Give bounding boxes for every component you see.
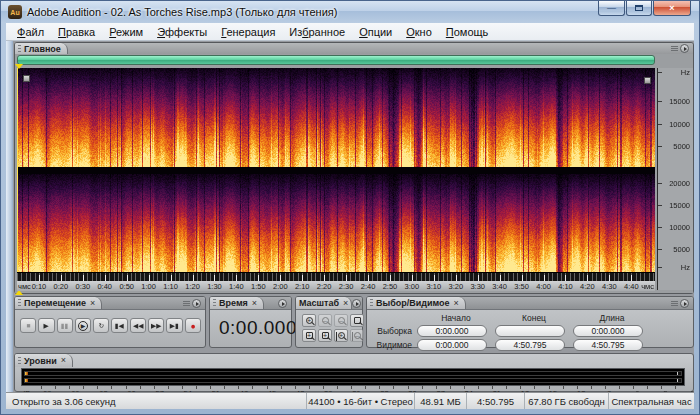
freq-label: Hz	[681, 68, 690, 77]
menu-item-favorites[interactable]: Избранное	[282, 25, 352, 39]
pause-icon: ▮▮	[61, 322, 68, 329]
levels-tab[interactable]: Уровни ×	[15, 354, 73, 367]
frequency-ruler[interactable]: Hz150001000050002000015000100005000Hz	[657, 68, 693, 290]
menu-item-edit[interactable]: Правка	[51, 25, 102, 39]
time-tick-label: 4:20	[580, 282, 595, 291]
time-tick-label: 1:00	[141, 282, 156, 291]
view-row: Видимое0:00.0004:50.7954:50.795	[371, 339, 693, 351]
stop-button[interactable]: ■	[20, 318, 36, 333]
selection-header[interactable]: Выбор/Видимое ×	[367, 297, 693, 310]
play-from-cursor-button[interactable]: ▶	[75, 318, 91, 333]
view-length-value[interactable]: 4:50.795	[573, 339, 643, 351]
go-to-end-button[interactable]: ▶▮	[166, 318, 182, 333]
status-bar: Открыто за 3.06 секунд 44100 • 16-бит • …	[6, 392, 694, 409]
view-start-value[interactable]: 0:00.000	[417, 339, 487, 351]
panel-menu[interactable]	[352, 297, 365, 309]
time-tick-label: 1:20	[185, 282, 200, 291]
menu-item-window[interactable]: Окно	[399, 25, 439, 39]
zoom-out-full-button[interactable]: –	[334, 314, 348, 327]
record-button[interactable]: ●	[185, 318, 201, 333]
panel-menu[interactable]	[671, 297, 693, 309]
workspace: Главное 0:100:200:	[6, 41, 694, 394]
zoom-in-button[interactable]: +	[302, 314, 316, 327]
freq-tick	[658, 72, 662, 73]
menu-item-generate[interactable]: Генерация	[214, 25, 282, 39]
selection-handle-right[interactable]	[644, 77, 651, 84]
time-tick-label: 3:00	[405, 282, 420, 291]
menu-item-view-mode[interactable]: Режим	[102, 25, 150, 39]
spectrogram-canvas[interactable]	[17, 68, 655, 272]
rewind-button[interactable]: ◀◀	[130, 318, 146, 333]
overview-navigator[interactable]	[17, 55, 655, 65]
levels-header[interactable]: Уровни ×	[15, 354, 107, 367]
panel-close-icon[interactable]: ×	[60, 356, 66, 365]
tab-main[interactable]: Главное	[15, 43, 68, 54]
status-message: Открыто за 3.06 секунд	[6, 396, 306, 407]
column-header: Длина	[573, 313, 651, 323]
fast-forward-button[interactable]: ▶▶	[148, 318, 164, 333]
panel-menu[interactable]	[278, 297, 291, 309]
rewind-icon: ◀◀	[133, 322, 143, 329]
zoom-left-edge-button[interactable]: +	[302, 329, 316, 342]
levels-title: Уровни	[24, 356, 57, 366]
time-tick-label: 3:10	[427, 282, 442, 291]
level-meters[interactable]	[21, 368, 685, 386]
time-tick-label: 2:00	[273, 282, 288, 291]
zoom-in-vertical-button[interactable]: +	[334, 329, 348, 342]
time-tick-label: 2:20	[317, 282, 332, 291]
selection-tab[interactable]: Выбор/Видимое ×	[367, 297, 466, 309]
time-ruler[interactable]: 0:100:200:300:400:501:001:101:201:301:40…	[17, 272, 655, 290]
selection-handle-left[interactable]	[23, 75, 30, 82]
clip-indicator	[677, 379, 681, 382]
go-to-start-button[interactable]: ▮◀	[111, 318, 127, 333]
menu-item-effects[interactable]: Эффекты	[150, 25, 214, 39]
playhead-marker-top-icon[interactable]	[15, 64, 23, 69]
panel-close-icon[interactable]: ×	[89, 299, 95, 308]
grip-icon	[213, 299, 216, 307]
zoom-to-selection-button[interactable]	[350, 314, 364, 327]
meter-left-channel	[24, 371, 682, 376]
menu-item-help[interactable]: Помощь	[439, 25, 496, 39]
panel-menu-icon	[680, 44, 689, 53]
zoom-out-vertical-button[interactable]: –	[350, 329, 364, 342]
selection-length-value[interactable]: 0:00.000	[573, 325, 643, 337]
freq-label: 15000	[669, 201, 690, 210]
panel-close-icon[interactable]: ×	[251, 299, 257, 308]
zoom-tab[interactable]: Масштаб ×	[296, 297, 352, 309]
freq-tick	[658, 101, 662, 102]
magnifier-icon: +	[306, 332, 313, 339]
minimize-button[interactable]: —	[598, 1, 625, 16]
panel-menu[interactable]	[183, 297, 205, 309]
status-sample-format: 44100 • 16-бит • Стерео	[306, 393, 414, 409]
time-tick-label: 0:10	[32, 282, 47, 291]
title-bar[interactable]: Au Adobe Audition - 02. As Torches Rise.…	[1, 1, 699, 23]
playhead-cursor[interactable]	[17, 68, 18, 272]
maximize-button[interactable]	[626, 1, 652, 16]
time-tick-label: 0:50	[119, 282, 134, 291]
zoom-right-edge-button[interactable]: +	[318, 329, 332, 342]
column-header: Конец	[495, 313, 573, 323]
pause-button[interactable]: ▮▮	[57, 318, 73, 333]
transport-header[interactable]: Перемещение ×	[15, 297, 205, 310]
play-button[interactable]: ▶	[38, 318, 54, 333]
panel-close-icon[interactable]: ×	[342, 299, 348, 308]
time-tick-label: 4:00	[536, 282, 551, 291]
time-tab[interactable]: Время ×	[210, 297, 264, 309]
menu-item-file[interactable]: Файл	[10, 25, 51, 39]
selection-end-value[interactable]	[495, 325, 565, 337]
spectral-display[interactable]	[17, 68, 655, 272]
zoom-out-button[interactable]: –	[318, 314, 332, 327]
transport-tab[interactable]: Перемещение ×	[15, 297, 102, 309]
zoom-header[interactable]: Масштаб ×	[296, 297, 362, 310]
panel-menu[interactable]	[671, 43, 693, 54]
view-end-value[interactable]: 4:50.795	[495, 339, 565, 351]
time-tick-label: 4:40	[624, 282, 639, 291]
time-header[interactable]: Время ×	[210, 297, 291, 310]
time-tick-label: 1:50	[251, 282, 266, 291]
close-button[interactable]: ×	[653, 1, 691, 16]
panel-close-icon[interactable]: ×	[453, 299, 459, 308]
menu-item-options[interactable]: Опции	[352, 25, 399, 39]
stop-icon: ■	[26, 322, 30, 329]
selection-start-value[interactable]: 0:00.000	[417, 325, 487, 337]
play-looped-button[interactable]: ↻	[93, 318, 109, 333]
